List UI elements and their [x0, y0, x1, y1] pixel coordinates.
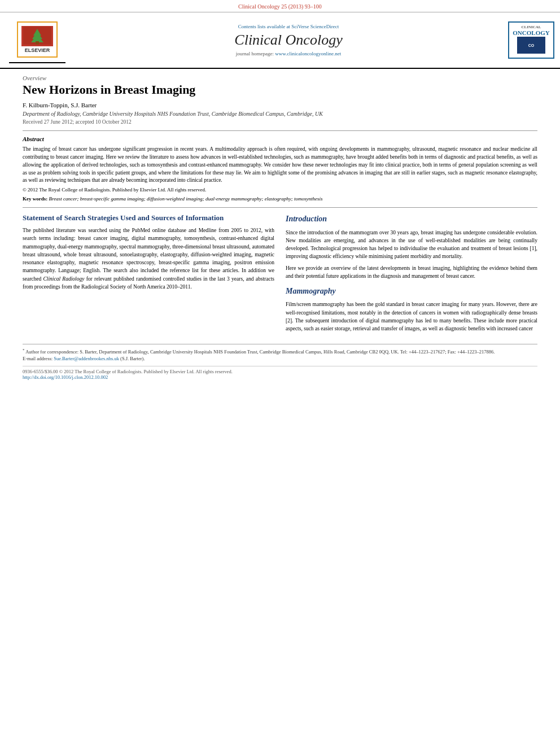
co-logo-box: CLINICAL ONCOLOGY CO	[508, 21, 554, 59]
section-label: Overview	[23, 75, 537, 81]
elsevier-red-bar	[21, 26, 53, 46]
co-oncology-text: ONCOLOGY	[513, 29, 549, 37]
abstract-title: Abstract	[23, 136, 537, 142]
introduction-body: Since the introduction of the mammogram …	[286, 229, 537, 281]
divider-2	[23, 207, 537, 208]
footer-bottom: 0936-6555/$36.00 © 2012 The Royal Colleg…	[23, 366, 537, 380]
citation-text: Clinical Oncology 25 (2013) 93–100	[238, 3, 322, 10]
homepage-url: www.clinicaloncologyonline.net	[275, 51, 341, 56]
issn-line: 0936-6555/$36.00 © 2012 The Royal Colleg…	[23, 369, 537, 374]
correspondence-text: Author for correspondence: S. Barter, De…	[25, 349, 495, 355]
email-link[interactable]: Sue.Barter@addenbrookes.nhs.uk	[54, 356, 119, 361]
elsevier-logo: ELSEVIER	[9, 17, 65, 63]
sciverse-link: SciVerse ScienceDirect	[291, 24, 339, 29]
introduction-title: Introduction	[286, 213, 537, 225]
right-column: Introduction Since the introduction of t…	[286, 213, 537, 333]
citation-bar: Clinical Oncology 25 (2013) 93–100	[0, 0, 560, 12]
search-strategies-paragraph: The published literature was searched us…	[23, 226, 274, 291]
keywords-line: Key words: Breast cancer; breast-specifi…	[23, 196, 537, 202]
email-footnote: E-mail address: Sue.Barter@addenbrookes.…	[23, 356, 537, 361]
email-label: E-mail address:	[23, 356, 53, 361]
elsevier-box: ELSEVIER	[17, 21, 58, 58]
received-line: Received 27 June 2012; accepted 10 Octob…	[23, 119, 537, 125]
copyright-line: © 2012 The Royal College of Radiologists…	[23, 187, 537, 193]
left-column: Statement of Search Strategies Used and …	[23, 213, 274, 333]
abstract-text: The imaging of breast cancer has undergo…	[23, 146, 537, 185]
journal-center-info: Contents lists available at SciVerse Sci…	[71, 24, 506, 56]
email-suffix: (S.J. Barter).	[120, 356, 145, 361]
homepage-label: journal homepage:	[236, 51, 274, 56]
two-column-body: Statement of Search Strategies Used and …	[23, 213, 537, 333]
svg-text:CO: CO	[528, 43, 535, 47]
mammography-title: Mammography	[286, 286, 537, 297]
mammography-body: Film/screen mammography has been the gol…	[286, 300, 537, 333]
introduction-paragraph-1: Since the introduction of the mammogram …	[286, 229, 537, 261]
sciverse-line: Contents lists available at SciVerse Sci…	[71, 24, 506, 29]
author-correspondence-note: * Author for correspondence: S. Barter, …	[23, 348, 537, 355]
divider-1	[23, 130, 537, 131]
doi-link[interactable]: http://dx.doi.org/10.1016/j.clon.2012.10…	[23, 374, 108, 380]
search-strategies-body: The published literature was searched us…	[23, 226, 274, 291]
authors: F. Kilburn-Toppin, S.J. Barter	[23, 102, 537, 108]
star-sup: *	[23, 348, 25, 352]
main-content: Overview New Horizons in Breast Imaging …	[0, 69, 560, 386]
keywords-label: Key words:	[23, 196, 47, 202]
mammography-paragraph: Film/screen mammography has been the gol…	[286, 300, 537, 333]
introduction-paragraph-2: Here we provide an overview of the lates…	[286, 264, 537, 281]
elsevier-brand-text: ELSEVIER	[21, 47, 53, 53]
journal-homepage: journal homepage: www.clinicaloncologyon…	[71, 51, 506, 56]
affiliation: Department of Radiology, Cambridge Unive…	[23, 111, 537, 117]
keywords-text: Breast cancer; breast-specific gamma ima…	[49, 196, 323, 202]
abstract-section: Abstract The imaging of breast cancer ha…	[23, 136, 537, 202]
sciverse-prefix: Contents lists available at	[238, 24, 290, 29]
svg-rect-4	[36, 41, 39, 45]
journal-header: ELSEVIER Contents lists available at Sci…	[0, 12, 560, 69]
journal-title: Clinical Oncology	[71, 32, 506, 49]
co-clinical-text: CLINICAL	[513, 25, 549, 29]
co-logo-right: CLINICAL ONCOLOGY CO	[511, 21, 551, 59]
search-strategies-title: Statement of Search Strategies Used and …	[23, 213, 274, 223]
article-title: New Horizons in Breast Imaging	[23, 82, 537, 97]
footer-notes: * Author for correspondence: S. Barter, …	[23, 344, 537, 380]
